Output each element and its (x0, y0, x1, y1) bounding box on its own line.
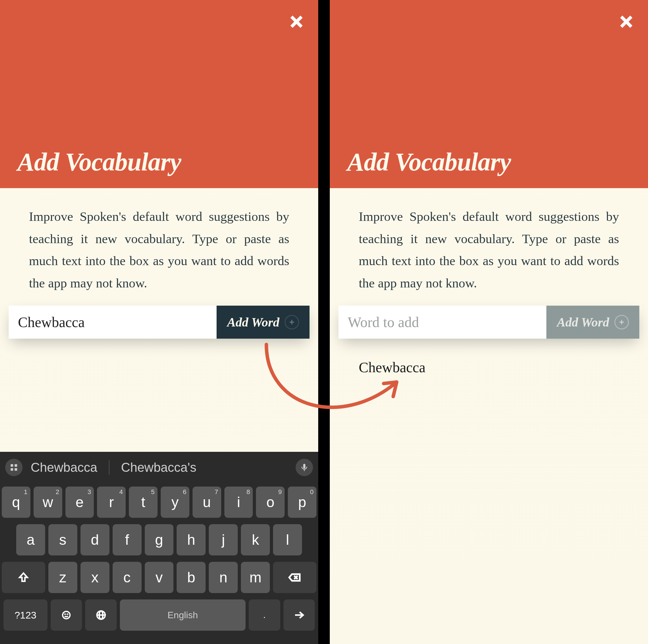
key-t[interactable]: t5 (129, 486, 158, 518)
key-d[interactable]: d (80, 524, 109, 555)
shift-key[interactable] (2, 562, 45, 593)
svg-point-13 (67, 614, 68, 614)
key-w[interactable]: w2 (34, 486, 62, 518)
virtual-keyboard: Chewbacca Chewbacca's q1w2e3r4t5y6u7i8o9… (0, 452, 318, 644)
added-words-list: Chewbacca (330, 339, 648, 396)
key-z[interactable]: z (48, 562, 77, 593)
word-input[interactable] (9, 306, 217, 339)
key-j[interactable]: j (209, 524, 238, 555)
key-y[interactable]: y6 (161, 486, 190, 518)
key-p[interactable]: p0 (288, 486, 317, 518)
phone-screen-after: Add Vocabulary Improve Spoken's default … (330, 0, 648, 644)
key-a[interactable]: a (16, 524, 45, 555)
key-m[interactable]: m (241, 562, 270, 593)
key-o[interactable]: o9 (256, 486, 285, 518)
language-key[interactable] (85, 599, 117, 631)
key-h[interactable]: h (177, 524, 206, 555)
add-word-button-label: Add Word (227, 315, 279, 330)
svg-point-11 (62, 611, 70, 619)
enter-key[interactable] (283, 599, 315, 631)
description-text: Improve Spoken's default word suggestion… (0, 188, 318, 306)
plus-circle-icon (285, 315, 299, 330)
emoji-key[interactable] (51, 599, 82, 631)
add-word-button[interactable]: Add Word (546, 306, 639, 339)
symbols-key[interactable]: ?123 (3, 599, 48, 631)
key-r[interactable]: r4 (97, 486, 126, 518)
keyboard-suggestions: Chewbacca Chewbacca's (29, 460, 290, 475)
plus-circle-icon (614, 315, 629, 330)
close-icon (289, 14, 304, 29)
key-b[interactable]: b (177, 562, 206, 593)
add-word-row: Add Word (9, 306, 310, 339)
keyboard-suggestion-bar: Chewbacca Chewbacca's (0, 452, 318, 483)
keyboard-grid-icon[interactable] (5, 459, 22, 476)
svg-rect-5 (15, 464, 17, 467)
keyboard-suggestion[interactable]: Chewbacca (31, 460, 97, 475)
add-word-button-label: Add Word (557, 315, 609, 330)
page-title: Add Vocabulary (17, 147, 181, 177)
separator (109, 460, 109, 475)
page-title: Add Vocabulary (347, 147, 511, 177)
keyboard-mic-icon[interactable] (295, 459, 313, 476)
spacebar-key[interactable]: English (120, 599, 246, 631)
close-icon (619, 14, 634, 29)
key-g[interactable]: g (145, 524, 174, 555)
keyboard-suggestion[interactable]: Chewbacca's (121, 460, 196, 475)
header: Add Vocabulary (0, 0, 318, 188)
close-button[interactable] (616, 12, 636, 32)
key-e[interactable]: e3 (65, 486, 94, 518)
key-q[interactable]: q1 (2, 486, 31, 518)
added-word-item: Chewbacca (359, 359, 619, 376)
phone-screen-before: Add Vocabulary Improve Spoken's default … (0, 0, 318, 644)
key-u[interactable]: u7 (193, 486, 221, 518)
key-x[interactable]: x (80, 562, 109, 593)
key-n[interactable]: n (209, 562, 238, 593)
key-k[interactable]: k (241, 524, 270, 555)
add-word-button[interactable]: Add Word (217, 306, 310, 339)
svg-rect-7 (15, 468, 17, 471)
description-text: Improve Spoken's default word suggestion… (330, 188, 648, 306)
period-key[interactable]: . (249, 599, 280, 631)
word-input[interactable] (338, 306, 546, 339)
header: Add Vocabulary (330, 0, 648, 188)
add-word-row: Add Word (338, 306, 639, 339)
key-f[interactable]: f (113, 524, 142, 555)
key-v[interactable]: v (145, 562, 174, 593)
svg-rect-6 (11, 468, 13, 471)
key-c[interactable]: c (113, 562, 142, 593)
key-s[interactable]: s (48, 524, 77, 555)
backspace-key[interactable] (273, 562, 317, 593)
svg-rect-4 (11, 464, 13, 467)
key-i[interactable]: i8 (224, 486, 253, 518)
key-l[interactable]: l (273, 524, 302, 555)
close-button[interactable] (286, 12, 307, 32)
svg-point-12 (65, 614, 65, 614)
